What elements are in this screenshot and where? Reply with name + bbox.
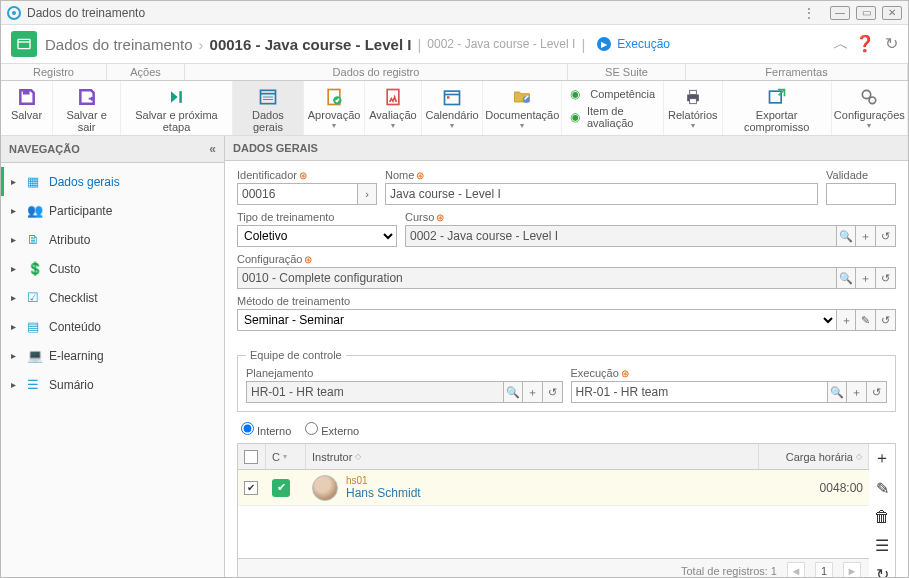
label-planejamento: Planejamento bbox=[246, 367, 563, 379]
group-acoes: Ações bbox=[107, 64, 185, 80]
save-next-button[interactable]: Salvar e próxima etapa bbox=[121, 81, 233, 135]
col-carga[interactable]: Carga horária ◇ bbox=[759, 444, 869, 469]
refresh-icon[interactable]: ↻ bbox=[885, 34, 898, 55]
maximize-button[interactable]: ▭ bbox=[856, 6, 876, 20]
breadcrumb: Dados do treinamento › 00016 - Java cour… bbox=[45, 36, 670, 53]
add-icon[interactable]: ＋ bbox=[856, 267, 876, 289]
config-input[interactable]: 0010 - Complete configuration bbox=[237, 267, 836, 289]
row-checkbox[interactable]: ✔ bbox=[244, 481, 258, 495]
radio-interno[interactable]: Interno bbox=[241, 422, 291, 437]
close-button[interactable]: ✕ bbox=[882, 6, 902, 20]
add-icon[interactable]: ＋ bbox=[847, 381, 867, 403]
row-hours: 0048:00 bbox=[759, 481, 869, 495]
label-tipo: Tipo de treinamento bbox=[237, 211, 397, 223]
collapse-up-icon[interactable]: ︿ bbox=[833, 34, 845, 55]
list-icon[interactable]: ☰ bbox=[875, 536, 889, 555]
next-icon bbox=[166, 85, 186, 109]
add-row-icon[interactable]: ＋ bbox=[874, 448, 890, 469]
minimize-button[interactable]: — bbox=[830, 6, 850, 20]
required-icon: ⊛ bbox=[299, 170, 307, 181]
page-number[interactable]: 1 bbox=[815, 562, 833, 578]
clear-icon[interactable]: ↺ bbox=[543, 381, 563, 403]
general-data-button[interactable]: Dados gerais bbox=[233, 81, 304, 135]
identificador-input[interactable]: 00016 bbox=[237, 183, 357, 205]
validade-input[interactable] bbox=[826, 183, 896, 205]
edit-row-icon[interactable]: ✎ bbox=[876, 479, 889, 498]
execucao-input[interactable]: HR-01 - HR team bbox=[571, 381, 828, 403]
module-icon bbox=[11, 31, 37, 57]
edit-icon[interactable]: ✎ bbox=[856, 309, 876, 331]
more-icon[interactable]: ⋮ bbox=[802, 5, 816, 21]
group-ferramentas: Ferramentas bbox=[686, 64, 908, 80]
collapse-nav-icon[interactable]: « bbox=[209, 142, 216, 156]
nav-conteudo[interactable]: ▸▤Conteúdo bbox=[1, 312, 224, 341]
radio-interno-input[interactable] bbox=[241, 422, 254, 435]
required-icon: ⊛ bbox=[436, 212, 444, 223]
nav-sumario[interactable]: ▸☰Sumário bbox=[1, 370, 224, 399]
radio-externo[interactable]: Externo bbox=[305, 422, 359, 437]
save-button[interactable]: Salvar bbox=[1, 81, 53, 135]
breadcrumb-sub[interactable]: 0002 - Java course - Level I bbox=[427, 37, 575, 51]
delete-row-icon[interactable]: 🗑 bbox=[874, 508, 890, 526]
clear-icon[interactable]: ↺ bbox=[876, 267, 896, 289]
add-icon[interactable]: ＋ bbox=[856, 225, 876, 247]
help-icon[interactable]: ❓ bbox=[855, 34, 875, 55]
breadcrumb-record[interactable]: 00016 - Java course - Level I bbox=[210, 36, 412, 53]
svg-rect-11 bbox=[445, 91, 460, 104]
search-icon[interactable]: 🔍 bbox=[836, 225, 856, 247]
documentation-button[interactable]: Documentação ▾ bbox=[483, 81, 562, 135]
prev-page-button[interactable]: ◄ bbox=[787, 562, 805, 578]
divider: | bbox=[417, 36, 421, 53]
planejamento-input[interactable]: HR-01 - HR team bbox=[246, 381, 503, 403]
field-metodo: Método de treinamento Seminar - Seminar … bbox=[237, 295, 896, 331]
identificador-next-button[interactable]: › bbox=[357, 183, 377, 205]
search-icon[interactable]: 🔍 bbox=[836, 267, 856, 289]
reports-button[interactable]: Relatórios ▾ bbox=[664, 81, 722, 135]
clear-icon[interactable]: ↺ bbox=[867, 381, 887, 403]
printer-icon bbox=[683, 85, 703, 109]
col-c[interactable]: C ▾ bbox=[266, 444, 306, 469]
label-metodo: Método de treinamento bbox=[237, 295, 896, 307]
item-avaliacao-button[interactable]: ◉Item de avaliação bbox=[570, 105, 655, 129]
competencia-button[interactable]: ◉Competência bbox=[570, 87, 655, 101]
clear-icon[interactable]: ↺ bbox=[876, 309, 896, 331]
add-icon[interactable]: ＋ bbox=[836, 309, 856, 331]
nav-participante[interactable]: ▸👥Participante bbox=[1, 196, 224, 225]
play-icon[interactable]: ▶ bbox=[597, 37, 611, 51]
next-page-button[interactable]: ► bbox=[843, 562, 861, 578]
competencia-icon: ◉ bbox=[570, 87, 586, 101]
curso-input[interactable]: 0002 - Java course - Level I bbox=[405, 225, 836, 247]
svg-rect-17 bbox=[689, 99, 696, 104]
export-button[interactable]: Exportar compromisso bbox=[723, 81, 832, 135]
breadcrumb-module[interactable]: Dados do treinamento bbox=[45, 36, 193, 53]
save-exit-button[interactable]: Salvar e sair bbox=[53, 81, 121, 135]
approval-button[interactable]: Aprovação ▾ bbox=[304, 81, 365, 135]
tipo-select[interactable]: Coletivo bbox=[237, 225, 397, 247]
clear-icon[interactable]: ↺ bbox=[876, 225, 896, 247]
evaluation-button[interactable]: Avaliação ▾ bbox=[365, 81, 422, 135]
search-icon[interactable]: 🔍 bbox=[827, 381, 847, 403]
calendar-button[interactable]: Calendário ▾ bbox=[422, 81, 484, 135]
field-curso: Curso⊛ 0002 - Java course - Level I 🔍 ＋ … bbox=[405, 211, 896, 247]
table-row[interactable]: ✔ ✔ hs01 Hans Schmidt 0048:00 bbox=[238, 470, 869, 506]
window-title: Dados do treinamento bbox=[27, 6, 145, 20]
nav-dados-gerais[interactable]: ▸▦Dados gerais bbox=[1, 167, 224, 196]
execution-link[interactable]: Execução bbox=[617, 37, 670, 51]
settings-button[interactable]: Configurações ▾ bbox=[832, 81, 908, 135]
nav-elearning[interactable]: ▸💻E-learning bbox=[1, 341, 224, 370]
label-curso: Curso bbox=[405, 211, 434, 223]
metodo-select[interactable]: Seminar - Seminar bbox=[237, 309, 836, 331]
grid-footer: Total de registros: 1 ◄ 1 ► bbox=[238, 558, 869, 577]
radio-externo-input[interactable] bbox=[305, 422, 318, 435]
add-icon[interactable]: ＋ bbox=[523, 381, 543, 403]
field-config: Configuração⊛ 0010 - Complete configurat… bbox=[237, 253, 896, 289]
nav-custo[interactable]: ▸💲Custo bbox=[1, 254, 224, 283]
nav-checklist[interactable]: ▸☑Checklist bbox=[1, 283, 224, 312]
search-icon[interactable]: 🔍 bbox=[503, 381, 523, 403]
instructor-name[interactable]: Hans Schmidt bbox=[346, 486, 421, 500]
col-instrutor[interactable]: Instrutor ◇ bbox=[306, 444, 759, 469]
nome-input[interactable]: Java course - Level I bbox=[385, 183, 818, 205]
nav-atributo[interactable]: ▸🗎Atributo bbox=[1, 225, 224, 254]
select-all-checkbox[interactable] bbox=[244, 450, 258, 464]
refresh-grid-icon[interactable]: ↻ bbox=[876, 565, 889, 577]
